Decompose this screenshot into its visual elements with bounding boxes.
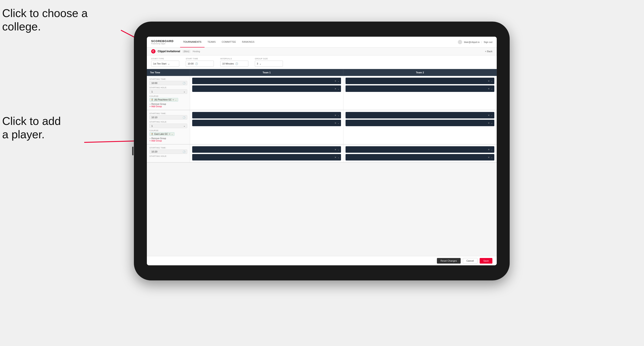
slot-expand-3-2[interactable]: ⌄ [338,122,339,124]
nav-tournaments[interactable]: TOURNAMENTS [180,37,204,47]
team1-1: ✕ ⌄ ✕ ⌄ [190,76,344,110]
th-tee-time: Tee Time [147,69,190,76]
starting-time-value-1[interactable]: 10:00 🕐 [150,81,187,85]
table-row: STARTING TIME: 10:00 🕐 STARTING HOLE: 1 … [147,76,497,110]
back-link[interactable]: < Back [485,50,492,53]
tablet-frame: SCOREBOARD Powered by clippd TOURNAMENTS… [134,21,510,280]
nav-teams[interactable]: TEAMS [204,37,219,47]
starting-time-value-2[interactable]: 10:10 🕐 [150,115,187,120]
group-size-control[interactable]: 3 ⌄ [255,61,283,67]
player-slot-2-2[interactable]: ✕ ⌄ [346,85,494,92]
player-slot-6-2[interactable]: ✕ ⌄ [346,154,494,161]
team2-3: ✕ ⌄ ✕ ⌄ [344,145,497,162]
slot-x-6-1[interactable]: ✕ [488,148,490,151]
slot-expand-2-1[interactable]: ⌄ [491,80,492,82]
intervals-group: Intervals 10 Minutes 🕐 [220,58,248,67]
team2-1: ✕ ⌄ ✕ ⌄ [344,76,497,110]
tournament-name: Clippd Invitational [158,50,180,53]
tee-left-1: STARTING TIME: 10:00 🕐 STARTING HOLE: 1 … [147,76,190,110]
starting-hole-value-1[interactable]: 1 ⌄ [150,89,187,94]
slot-x-4-2[interactable]: ✕ [488,122,490,124]
slot-expand-4-2[interactable]: ⌄ [491,122,492,124]
nav-links: TOURNAMENTS TEAMS COMMITTEE RANKINGS [180,37,458,47]
slot-x-1-1[interactable]: ✕ [334,80,336,82]
slot-x-6-2[interactable]: ✕ [488,156,490,159]
reset-button[interactable]: Reset Changes [437,258,461,264]
brand-sub: Powered by clippd [151,43,174,45]
add-group-1[interactable]: + Add Group [150,105,187,108]
remove-group-1[interactable]: ○ Remove Group [150,103,187,105]
start-type-label: Start Type [151,58,179,60]
player-slot-1-2[interactable]: ✕ ⌄ [192,85,341,92]
player-slot-6-1[interactable]: ✕ ⌄ [346,146,494,153]
slot-expand-6-2[interactable]: ⌄ [491,156,492,159]
player-slot-4-1[interactable]: ✕ ⌄ [346,112,494,118]
player-slot-4-2[interactable]: ✕ ⌄ [346,120,494,126]
time-icon-3: 🕐 [183,151,185,153]
player-slot-2-1[interactable]: ✕ ⌄ [346,78,494,84]
slot-expand-2-2[interactable]: ⌄ [491,88,492,90]
slot-x-5-2[interactable]: ✕ [334,156,336,159]
course-tag-2[interactable]: 🏌 East Lake GC ✕ ⌄ [150,132,174,136]
player-slot-3-1[interactable]: ✕ ⌄ [192,112,341,118]
player-slot-3-2[interactable]: ✕ ⌄ [192,120,341,126]
cancel-button[interactable]: Cancel [463,258,478,264]
course-expand-2[interactable]: ⌄ [171,133,173,135]
slot-expand-5-2[interactable]: ⌄ [338,156,339,159]
tee-left-2: STARTING TIME: 10:10 🕐 STARTING HOLE: 1 … [147,110,190,144]
course-tag-1[interactable]: 🏌 (A) Peachtree GC ✕ ⌄ [150,98,178,102]
slot-x-3-1[interactable]: ✕ [334,114,336,117]
sign-out-link[interactable]: Sign out [484,41,492,43]
slot-x-4-1[interactable]: ✕ [488,114,490,117]
intervals-control[interactable]: 10 Minutes 🕐 [220,61,248,67]
course-tag-area-2: 🏌 East Lake GC ✕ ⌄ [150,132,187,136]
starting-time-value-3[interactable]: 10:20 🕐 [150,150,187,154]
slot-x-3-2[interactable]: ✕ [334,122,336,124]
slot-x-5-1[interactable]: ✕ [334,148,336,151]
team1-3: ✕ ⌄ ✕ ⌄ [190,145,344,162]
group-size-value: 3 [257,62,258,65]
remove-group-2[interactable]: ○ Remove Group [150,137,187,140]
slot-x-1-2[interactable]: ✕ [334,88,336,90]
player-slot-5-2[interactable]: ✕ ⌄ [192,154,341,161]
course-remove-2[interactable]: ✕ [169,133,170,135]
starting-time-label-1: STARTING TIME: [150,78,187,80]
tournament-badge: (Men) [182,50,190,53]
add-group-2[interactable]: + Add Group [150,140,187,142]
slot-expand-3-1[interactable]: ⌄ [338,114,339,117]
player-slot-5-1[interactable]: ✕ ⌄ [192,146,341,153]
start-time-control[interactable]: 10:00 🕐 [186,61,214,67]
starting-hole-label-3: STARTING HOLE: [150,155,187,157]
group-size-chevron: ⌄ [259,62,261,65]
starting-hole-value-2[interactable]: 1 ⌄ [150,124,187,128]
save-button[interactable]: Save [480,258,492,264]
start-type-control[interactable]: 1st Tee Start ⌄ [151,61,179,67]
hole-chevron-1: ⌄ [183,90,185,93]
slot-expand-6-1[interactable]: ⌄ [491,148,492,151]
course-expand-1[interactable]: ⌄ [175,99,177,101]
course-remove-1[interactable]: ✕ [172,99,174,101]
footer: Reset Changes Cancel Save [147,256,497,265]
intervals-label: Intervals [220,58,248,60]
tournament-icon: C [151,49,156,53]
form-row: Start Type 1st Tee Start ⌄ Start Time 10… [147,55,497,69]
intervals-icon: 🕐 [235,62,238,65]
table-row: STARTING TIME: 10:10 🕐 STARTING HOLE: 1 … [147,110,497,145]
annotation-college: Click to choose acollege. [2,6,88,33]
nav-committee[interactable]: COMMITTEE [219,37,239,47]
starting-time-label-2: STARTING TIME: [150,112,187,115]
start-time-group: Start Time 10:00 🕐 [186,58,214,67]
slot-expand-1-1[interactable]: ⌄ [338,80,339,82]
slot-expand-1-2[interactable]: ⌄ [338,88,339,90]
slot-x-2-1[interactable]: ✕ [488,80,490,82]
slot-expand-5-1[interactable]: ⌄ [338,148,339,151]
start-time-label: Start Time [186,58,214,60]
slot-expand-4-1[interactable]: ⌄ [491,114,492,117]
slot-x-2-2[interactable]: ✕ [488,88,490,90]
hole-chevron-2: ⌄ [183,125,185,127]
nav-rankings[interactable]: RANKINGS [239,37,258,47]
starting-time-label-3: STARTING TIME: [150,147,187,149]
user-avatar [458,40,462,44]
th-team2: Team 2 [344,69,497,76]
player-slot-1-1[interactable]: ✕ ⌄ [192,78,341,84]
